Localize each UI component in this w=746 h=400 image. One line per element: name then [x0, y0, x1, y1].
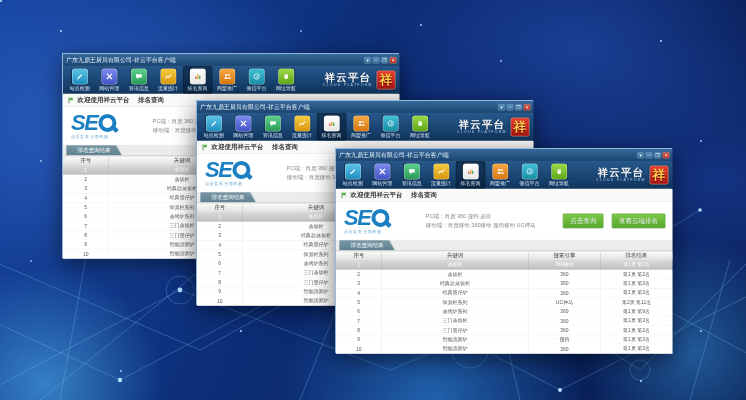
view-cloud-rank-button[interactable]: 查看云端排名	[612, 213, 666, 228]
toolbar-item-label: 排名查询	[322, 133, 342, 138]
cell-result: 第1页 第9名	[601, 307, 673, 316]
toolbar-item-traffic-stats[interactable]: 流量统计	[426, 161, 455, 188]
toolbar-item-site-manage[interactable]: 网站管理	[228, 113, 257, 140]
users-icon	[219, 68, 235, 84]
maximize-button[interactable]: ❐	[654, 152, 661, 158]
current-page-label: 排名查询	[411, 191, 437, 200]
toolbar-item-news-info[interactable]: 资讯信息	[397, 161, 426, 188]
toolbar-item-traffic-stats[interactable]: 流量统计	[153, 66, 182, 93]
seo-logo-text: SE	[71, 112, 97, 134]
toolbar-item-wechat-platform[interactable]: 微信平台	[242, 66, 271, 93]
minimize-button[interactable]: ─	[373, 57, 380, 63]
brand-seal-logo: 祥	[650, 165, 669, 184]
table-row[interactable]: 3 经典款蒸饭柜 360 第1页 第3名	[336, 279, 673, 288]
skin-button[interactable]: ▾	[364, 57, 371, 63]
bar-chart-icon	[463, 163, 479, 179]
toolbar-item-site-manage[interactable]: 网站管理	[367, 161, 396, 188]
site-check-icon	[206, 115, 222, 131]
titlebar[interactable]: 广东九鼎王厨具有限公司-祥云平台客户端 ▾ ─ ❐ ✕	[336, 149, 673, 161]
table-row[interactable]: 2 蒸饭柜 360 第1页 第2名	[336, 270, 673, 279]
toolbar-item-label: 商盟推广	[217, 86, 237, 91]
cell-index: 1	[63, 166, 109, 175]
skin-button[interactable]: ▾	[498, 104, 505, 110]
compass-icon	[382, 115, 398, 131]
table-row[interactable]: 7 三门蒸饭柜 360 第1页 第3名	[336, 317, 673, 326]
table-row[interactable]: 5 保温柜系列 UC神马 第2页 第11名	[336, 298, 673, 307]
toolbar-item-alliance-promo[interactable]: 商盟推广	[485, 161, 514, 188]
table-row[interactable]: 6 蒸烤炉系列 360 第1页 第9名	[336, 307, 673, 316]
tab-rank-results[interactable]: 排名查询结果	[339, 240, 395, 250]
cell-engine: 360	[529, 326, 601, 335]
toolbar-item-label: 站点检测	[204, 133, 224, 138]
mouse-icon	[412, 115, 428, 131]
table-row[interactable]: 9 智能汤粥炉 搜狗 第1页 第3名	[336, 335, 673, 344]
cell-result: 第1页 第3名	[601, 335, 673, 344]
toolbar-item-site-check[interactable]: 站点检测	[65, 66, 94, 93]
toolbar-item-alliance-promo[interactable]: 商盟推广	[212, 66, 241, 93]
bar-chart-icon	[324, 115, 340, 131]
close-button[interactable]: ✕	[524, 104, 531, 110]
maximize-button[interactable]: ❐	[381, 57, 388, 63]
toolbar-item-site-nav[interactable]: 网址导航	[544, 161, 573, 188]
table-row[interactable]: 1 蒸饭柜 360移动 第1页 第1名	[336, 261, 673, 270]
toolbar-item-wechat-platform[interactable]: 微信平台	[515, 161, 544, 188]
toolbar-item-label: 站点检测	[343, 181, 363, 186]
close-button[interactable]: ✕	[390, 57, 397, 63]
toolbar-item-label: 排名查询	[461, 181, 481, 186]
table-row[interactable]: 4 经典煲仔炉 360 第1页 第3名	[336, 289, 673, 298]
brand-subtitle: CLOUD PLATFORM	[457, 130, 506, 134]
toolbar-item-site-check[interactable]: 站点检测	[199, 113, 228, 140]
tools-icon	[235, 115, 251, 131]
cell-index: 8	[63, 231, 109, 240]
toolbar-item-rank-query[interactable]: 排名查询	[183, 66, 212, 93]
toolbar-item-site-nav[interactable]: 网址导航	[271, 66, 300, 93]
toolbar-item-label: 流量统计	[158, 86, 178, 91]
minimize-button[interactable]: ─	[507, 104, 514, 110]
minimize-button[interactable]: ─	[646, 152, 653, 158]
line-chart-icon	[294, 115, 310, 131]
toolbar-item-label: 网站管理	[233, 133, 253, 138]
site-check-icon	[345, 163, 361, 179]
brand-name: 祥云平台	[596, 167, 645, 177]
welcome-text: 欢迎使用祥云平台	[350, 191, 402, 200]
toolbar-item-rank-query[interactable]: 排名查询	[456, 161, 485, 188]
compass-icon	[248, 68, 264, 84]
tab-rank-results[interactable]: 排名查询结果	[66, 145, 122, 155]
close-button[interactable]: ✕	[663, 152, 670, 158]
tab-rank-results[interactable]: 排名查询结果	[200, 192, 256, 202]
toolbar-item-site-check[interactable]: 站点检测	[338, 161, 367, 188]
cell-index: 5	[197, 250, 243, 259]
toolbar-item-rank-query[interactable]: 排名查询	[317, 113, 346, 140]
cell-result: 第1页 第1名	[601, 261, 673, 270]
toolbar-item-news-info[interactable]: 资讯信息	[258, 113, 287, 140]
toolbar-item-wechat-platform[interactable]: 微信平台	[376, 113, 405, 140]
cell-index: 6	[63, 212, 109, 221]
table-row[interactable]: 10 智能汤粥炉 360 第1页 第3名	[336, 344, 673, 353]
toolbar-item-label: 流量统计	[292, 133, 312, 138]
titlebar[interactable]: 广东九鼎王厨具有限公司-祥云平台客户端 ▾ ─ ❐ ✕	[63, 54, 400, 66]
window-title: 广东九鼎王厨具有限公司-祥云平台客户端	[339, 151, 637, 159]
cell-index: 1	[336, 261, 382, 270]
site-check-icon	[72, 68, 88, 84]
brand-name: 祥云平台	[323, 72, 372, 82]
toolbar-item-site-manage[interactable]: 网站管理	[94, 66, 123, 93]
toolbar-item-news-info[interactable]: 资讯信息	[124, 66, 153, 93]
mouse-icon	[278, 68, 294, 84]
cell-engine: 360	[529, 317, 601, 326]
table-row[interactable]: 8 三门煲仔炉 360 第1页 第2名	[336, 326, 673, 335]
toolbar-item-label: 微信平台	[246, 86, 266, 91]
seo-logo-text: SE	[205, 159, 231, 181]
toolbar-item-label: 流量统计	[431, 181, 451, 186]
titlebar[interactable]: 广东九鼎王厨具有限公司-祥云平台客户端 ▾ ─ ❐ ✕	[197, 101, 534, 113]
maximize-button[interactable]: ❐	[515, 104, 522, 110]
cell-result: 第1页 第3名	[601, 279, 673, 288]
toolbar-item-traffic-stats[interactable]: 流量统计	[287, 113, 316, 140]
toolbar-item-label: 微信平台	[519, 181, 539, 186]
toolbar-item-alliance-promo[interactable]: 商盟推广	[346, 113, 375, 140]
cell-keyword: 三门蒸饭柜	[382, 317, 529, 326]
query-button[interactable]: 点击查询	[563, 213, 604, 228]
skin-button[interactable]: ▾	[637, 152, 644, 158]
toolbar-item-site-nav[interactable]: 网址导航	[405, 113, 434, 140]
seo-tagline: 点击查询 全面检测	[71, 134, 150, 139]
cell-index: 9	[197, 287, 243, 296]
